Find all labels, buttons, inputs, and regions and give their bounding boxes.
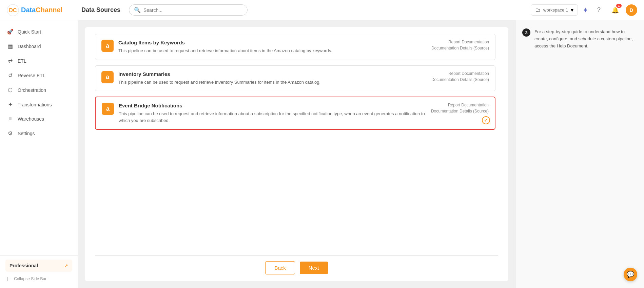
page-title: Data Sources <box>81 6 122 14</box>
chat-widget[interactable]: 💬 <box>624 268 637 281</box>
reverse-etl-icon: ↺ <box>7 72 14 79</box>
pipeline-info-eventbridge: Event Bridge Notifications This pipeline… <box>119 103 426 124</box>
collapse-label: Collapse Side Bar <box>14 276 46 281</box>
sidebar-item-warehouses[interactable]: ≡ Warehouses <box>0 112 78 126</box>
chevron-down-icon: ▾ <box>571 7 573 13</box>
chat-icon: 💬 <box>627 271 634 278</box>
doc-details-link-eventbridge[interactable]: Documentation Details (Source) <box>431 109 489 114</box>
avatar[interactable]: D <box>626 4 637 16</box>
collapse-sidebar-button[interactable]: |← Collapse Side Bar <box>5 274 72 284</box>
quick-start-icon: 🚀 <box>7 28 14 35</box>
wizard-footer: Back Next <box>95 255 498 274</box>
amazon-icon-eventbridge: a <box>102 103 114 115</box>
main-panel: a Catalog Items by Keywords This pipelin… <box>78 20 515 288</box>
wizard-container: a Catalog Items by Keywords This pipelin… <box>85 27 508 281</box>
sidebar-label-orchestration: Orchestration <box>18 87 46 93</box>
sidebar-bottom: Professional ↗ |← Collapse Side Bar <box>0 255 78 288</box>
amazon-icon-inventory: a <box>101 71 114 83</box>
sidebar-label-settings: Settings <box>18 131 35 136</box>
dashboard-icon: ▦ <box>7 43 14 49</box>
sidebar-item-reverse-etl[interactable]: ↺ Reverse ETL <box>0 68 78 83</box>
doc-details-link-inventory[interactable]: Documentation Details (Source) <box>431 77 489 82</box>
amazon-icon-catalog: a <box>101 40 114 52</box>
content-area: a Catalog Items by Keywords This pipelin… <box>78 20 644 288</box>
report-doc-link-inventory[interactable]: Report Documentation <box>448 71 489 76</box>
selected-checkmark: ✓ <box>482 116 490 124</box>
logo: DC DataChannel <box>7 4 75 16</box>
right-panel: 3 For a step-by-step guide to understand… <box>515 20 644 288</box>
help-icon: ? <box>597 6 601 14</box>
sidebar-item-orchestration[interactable]: ⬡ Orchestration <box>0 83 78 97</box>
help-button[interactable]: ? <box>593 4 605 16</box>
workspace-name: workspace 1 <box>543 7 568 13</box>
header: DC DataChannel Data Sources 🔍 🗂 workspac… <box>0 0 644 20</box>
pipeline-info-inventory: Inventory Summaries This pipeline can be… <box>118 71 427 86</box>
sidebar-label-warehouses: Warehouses <box>18 116 44 122</box>
doc-details-link-catalog[interactable]: Documentation Details (Source) <box>431 46 489 50</box>
pipeline-name-inventory: Inventory Summaries <box>118 71 427 77</box>
pipeline-name-eventbridge: Event Bridge Notifications <box>119 103 426 108</box>
notification-badge: 1 <box>616 4 622 8</box>
warehouses-icon: ≡ <box>7 116 14 122</box>
report-doc-link-eventbridge[interactable]: Report Documentation <box>448 103 489 107</box>
header-right: 🗂 workspace 1 ▾ ✦ ? 🔔 1 D <box>531 4 637 16</box>
pipeline-desc-eventbridge: This pipeline can be used to request and… <box>119 110 426 124</box>
external-link-icon: ↗ <box>64 263 68 268</box>
orchestration-icon: ⬡ <box>7 87 14 93</box>
search-bar[interactable]: 🔍 <box>129 4 248 16</box>
pipeline-card-inventory[interactable]: a Inventory Summaries This pipeline can … <box>95 65 495 91</box>
pipeline-card-catalog[interactable]: a Catalog Items by Keywords This pipelin… <box>95 34 495 60</box>
settings-icon: ⚙ <box>7 130 14 137</box>
next-button[interactable]: Next <box>300 262 328 274</box>
workspace-icon: 🗂 <box>535 7 541 13</box>
sidebar-item-quick-start[interactable]: 🚀 Quick Start <box>0 24 78 39</box>
back-button[interactable]: Back <box>265 261 295 274</box>
pipeline-desc-catalog: This pipeline can be used to request and… <box>118 47 427 54</box>
sidebar-label-quick-start: Quick Start <box>18 29 41 35</box>
pipeline-links-catalog: Report Documentation Documentation Detai… <box>431 40 489 50</box>
svg-text:DC: DC <box>9 7 17 13</box>
pipeline-list: a Catalog Items by Keywords This pipelin… <box>95 34 498 252</box>
notifications-button[interactable]: 🔔 1 <box>609 4 621 16</box>
professional-label: Professional <box>9 263 38 268</box>
sidebar-label-transformations: Transformations <box>18 102 52 107</box>
help-step-3: 3 For a step-by-step guide to understand… <box>522 28 637 49</box>
sidebar-item-etl[interactable]: ⇄ ETL <box>0 54 78 68</box>
transformations-icon: ✦ <box>7 101 14 108</box>
pipeline-name-catalog: Catalog Items by Keywords <box>118 40 427 45</box>
pipeline-links-eventbridge: Report Documentation Documentation Detai… <box>431 103 489 114</box>
pipeline-links-inventory: Report Documentation Documentation Detai… <box>431 71 489 82</box>
etl-icon: ⇄ <box>7 58 14 64</box>
main-layout: 🚀 Quick Start ▦ Dashboard ⇄ ETL ↺ Revers… <box>0 20 644 288</box>
search-icon: 🔍 <box>134 7 141 13</box>
pipeline-desc-inventory: This pipeline can be used to request and… <box>118 79 427 86</box>
pipeline-card-eventbridge[interactable]: a Event Bridge Notifications This pipeli… <box>95 97 495 130</box>
ai-icon[interactable]: ✦ <box>583 6 588 14</box>
sidebar-label-etl: ETL <box>18 58 26 64</box>
collapse-icon: |← <box>7 276 12 281</box>
sidebar-item-transformations[interactable]: ✦ Transformations <box>0 97 78 112</box>
search-input[interactable] <box>143 7 242 13</box>
professional-badge[interactable]: Professional ↗ <box>5 260 72 272</box>
sidebar: 🚀 Quick Start ▦ Dashboard ⇄ ETL ↺ Revers… <box>0 20 78 288</box>
report-doc-link-catalog[interactable]: Report Documentation <box>448 40 489 44</box>
logo-icon: DC <box>7 4 19 16</box>
pipeline-info-catalog: Catalog Items by Keywords This pipeline … <box>118 40 427 54</box>
sidebar-label-dashboard: Dashboard <box>18 44 41 49</box>
sidebar-item-dashboard[interactable]: ▦ Dashboard <box>0 39 78 54</box>
step-number: 3 <box>522 28 530 37</box>
sidebar-label-reverse-etl: Reverse ETL <box>18 73 45 78</box>
workspace-selector[interactable]: 🗂 workspace 1 ▾ <box>531 4 578 16</box>
help-text: For a step-by-step guide to understand h… <box>534 28 637 49</box>
sidebar-item-settings[interactable]: ⚙ Settings <box>0 126 78 141</box>
sidebar-nav: 🚀 Quick Start ▦ Dashboard ⇄ ETL ↺ Revers… <box>0 20 78 255</box>
